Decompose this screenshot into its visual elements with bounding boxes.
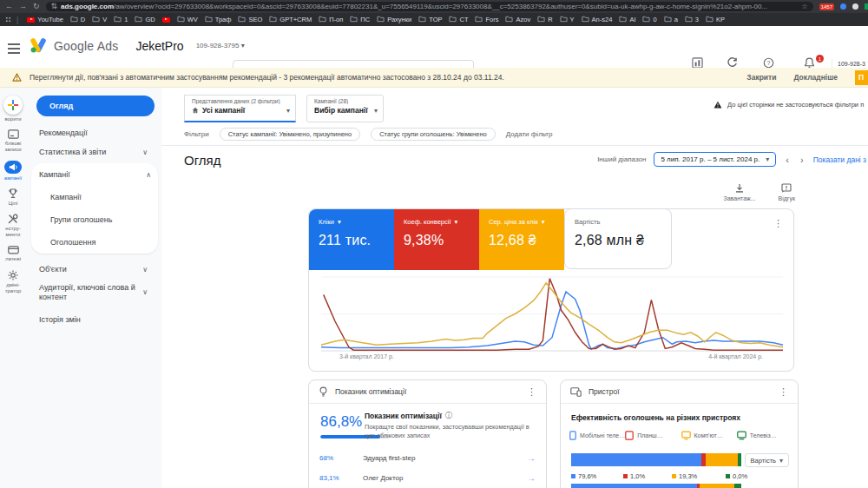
banner-close-button[interactable]: Закрити [746,73,776,82]
chevron-down-icon: ∨ [142,148,148,156]
bookmark-item[interactable]: GPT+CRM [266,16,315,24]
nav-history[interactable]: Історія змін [36,310,155,329]
bookmark-item[interactable]: П-оп [315,16,346,24]
rail-campaigns[interactable]: ампанії [0,161,26,181]
metric-tile-conv-rate[interactable]: Коеф. конверсії▾ 9,38% [394,209,479,270]
opt-account-row[interactable]: 83,1% Олег Доктор → [309,468,546,488]
download-button[interactable]: Завантаж... [724,183,756,201]
metric-tile-avg-cpc[interactable]: Сер. ціна за клік▾ 12,68 ₴ [479,209,564,270]
url-bar[interactable]: ⇅ ads.google.com/aw/overview?ocid=297633… [46,2,813,11]
banner-more-button[interactable]: Докладніше [793,73,838,82]
notification-badge: 1 [816,55,824,63]
folder-icon [642,16,650,24]
account-id-selector[interactable]: 109-928-3795 ▾ [196,42,245,49]
nav-campaigns-section[interactable]: Кампанії∧ [31,163,158,186]
feedback-button[interactable]: Відгук [779,183,795,201]
extension-icon-grey[interactable] [852,3,858,10]
rail-accounts[interactable]: блікові записи [0,129,26,153]
campaign-select-dropdown[interactable]: Кампанії (28) Вибір кампанії▾ [306,95,384,122]
nav-insights[interactable]: Статистика й звіти∨ [36,142,155,162]
hamburger-menu-icon[interactable] [8,43,20,56]
apps-grid-icon[interactable] [5,16,11,23]
left-nav: Огляд Рекомендації Статистика й звіти∨ К… [26,88,161,488]
legend-tablet[interactable]: Планш… [625,431,681,440]
bookmark-item[interactable]: AI [615,16,639,24]
bookmark-item[interactable]: CT [445,16,471,24]
reload-icon[interactable]: ↻ [33,3,40,10]
extension-badge[interactable]: 1457 [819,3,834,10]
filters-row: Фільтри Статус кампанії: Увімкнено, приз… [184,128,868,141]
bookmark-item[interactable]: V [89,16,110,24]
icon-rail: ворити блікові записи ампанії Цілі нстру… [0,88,26,488]
opt-account-row[interactable]: 68% Эдуард first-step → [309,448,546,468]
google-ads-logo-icon [30,38,47,53]
rail-create-button[interactable]: ворити [0,96,26,122]
nav-recommendations[interactable]: Рекомендації [36,123,155,142]
rail-admin[interactable]: дміні- тратор [0,270,26,294]
rail-goals[interactable]: Цілі [0,188,26,207]
folder-icon [449,16,457,24]
nav-overview[interactable]: Огляд [36,96,155,116]
add-filter-button[interactable]: Додати фільтр [506,130,553,138]
back-icon[interactable]: ← [5,3,13,10]
bookmark-item[interactable]: KP [702,16,728,24]
bookmark-star-icon[interactable]: ☆ [801,3,807,10]
bookmark-item[interactable]: GD [131,16,158,24]
download-icon [734,183,745,194]
devices-metric-dropdown[interactable]: Вартість▾ [745,453,789,467]
nav-assets[interactable]: Об'єкти∨ [36,260,155,279]
gear-icon [8,270,18,280]
extension-icon-green[interactable] [865,3,868,10]
rail-tools[interactable]: нстру- менти [0,214,26,238]
bookmark-item[interactable]: SEO [234,16,266,24]
legend-mobile[interactable]: Мобільні теле… [569,431,625,440]
bookmark-item[interactable]: An-s24 [578,16,616,24]
info-icon[interactable]: ⓘ [445,411,452,420]
bookmark-item[interactable] [159,17,174,23]
folder-icon [537,16,545,24]
metric-tile-cost[interactable]: Вартість 2,68 млн ₴ [564,208,672,269]
opt-card-menu-icon[interactable]: ⋮ [527,386,536,398]
folder-icon [92,16,100,24]
date-range-picker[interactable]: 5 лип. 2017 р. – 5 лист. 2024 р.▾ [654,152,776,167]
bookmark-item[interactable]: a [661,16,681,24]
bookmark-item[interactable]: ПС [346,16,373,24]
prev-period-button[interactable]: ‹ [784,155,791,165]
next-period-button[interactable]: › [799,155,806,165]
filter-chip-campaign-status[interactable]: Статус кампанії: Увімкнено, призупинено [220,128,361,141]
bookmark-item[interactable]: D [67,16,89,24]
overview-card-menu-icon[interactable]: ⋮ [773,219,783,228]
extension-icon-blue[interactable] [840,3,846,10]
banner-cta-button[interactable]: П [855,70,868,85]
devices-card-menu-icon[interactable]: ⋮ [779,386,788,398]
bookmark-item[interactable]: WV [174,16,201,24]
bookmark-item[interactable]: Azov [502,16,534,24]
nav-campaigns[interactable]: Кампанії [31,186,158,208]
folder-icon [685,16,693,24]
nav-ad-groups[interactable]: Групи оголошень [31,208,158,231]
nav-audiences[interactable]: Аудиторії, ключові слова й контент∨ [36,280,155,306]
bookmark-item[interactable]: Траф [201,16,235,24]
bookmark-item[interactable]: Fors [471,16,502,24]
folder-icon [350,16,358,24]
nav-ads[interactable]: Оголошення [31,231,158,254]
filter-chip-adgroup-status[interactable]: Статус групи оголошень: Увімкнено [371,128,496,141]
home-icon [192,107,199,114]
legend-desktop[interactable]: Комп'ют… [681,431,737,440]
phone-icon [569,431,576,440]
bookmark-item[interactable]: TOP [415,16,445,24]
forward-icon[interactable]: → [19,3,27,10]
data-view-dropdown[interactable]: Представлення даних (2 фільтри) Усі камп… [184,95,296,122]
bookmark-item[interactable]: R [534,16,556,24]
bookmark-item[interactable]: Рахунки [373,16,415,24]
show-data-link[interactable]: Показати дані з [813,155,866,164]
legend-tv[interactable]: Телевіз… [737,431,792,440]
bookmark-item[interactable]: 0 [639,16,660,24]
metric-tile-clicks[interactable]: Кліки▾ 211 тис. [309,209,394,270]
folder-icon [505,16,513,24]
bookmark-item[interactable]: Y [556,16,578,24]
bookmark-item[interactable]: YouTube [23,16,66,23]
bookmark-item[interactable]: 1 [110,16,131,24]
bookmark-item[interactable]: 3 [681,16,702,24]
rail-billing[interactable]: латежі [0,245,26,262]
